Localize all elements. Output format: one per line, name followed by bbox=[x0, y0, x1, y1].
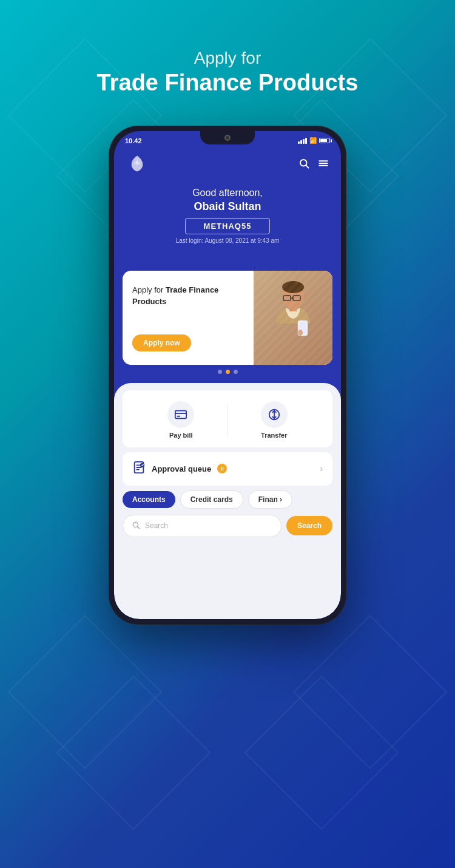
phone-screen: 10.42 📶 bbox=[114, 131, 341, 619]
svg-point-23 bbox=[141, 463, 144, 467]
user-id-badge: METHAQ55 bbox=[185, 218, 271, 234]
tab-credit-cards[interactable]: Credit cards bbox=[180, 490, 243, 509]
signal-icon bbox=[298, 138, 307, 144]
svg-rect-14 bbox=[175, 410, 186, 418]
tab-more-label: Finan bbox=[258, 495, 278, 504]
menu-icon[interactable] bbox=[318, 158, 329, 172]
approval-badge: 0 bbox=[217, 464, 227, 473]
transfer-button[interactable]: Transfer bbox=[228, 401, 321, 439]
pay-bill-icon bbox=[167, 401, 194, 428]
approval-left: Approval queue 0 bbox=[132, 461, 227, 477]
banner-text-normal: Apply for bbox=[132, 285, 166, 294]
dot-1 bbox=[218, 370, 222, 374]
approval-icon bbox=[132, 461, 146, 477]
status-time: 10.42 bbox=[125, 135, 142, 144]
search-input-wrap[interactable]: Search bbox=[123, 515, 281, 537]
svg-line-25 bbox=[138, 526, 140, 528]
wifi-icon: 📶 bbox=[309, 137, 317, 144]
dot-2 bbox=[226, 370, 230, 374]
pay-bill-button[interactable]: Pay bill bbox=[135, 401, 228, 439]
banner-card: Apply for Trade Finance Products Apply n… bbox=[123, 271, 332, 365]
tab-accounts[interactable]: Accounts bbox=[123, 491, 175, 508]
tab-more[interactable]: Finan › bbox=[248, 490, 292, 509]
battery-icon bbox=[319, 138, 330, 143]
pay-bill-label: Pay bill bbox=[169, 432, 193, 439]
approval-queue-row[interactable]: Approval queue 0 › bbox=[123, 452, 332, 486]
greeting-section: Good afternoon, Obaid Sultan METHAQ55 La… bbox=[114, 186, 341, 244]
approval-label: Approval queue bbox=[152, 464, 211, 473]
last-login: Last login: August 08, 2021 at 9:43 am bbox=[114, 237, 341, 244]
chevron-right-icon: › bbox=[320, 464, 323, 473]
status-icons: 📶 bbox=[298, 135, 330, 144]
transfer-icon bbox=[261, 401, 288, 428]
greeting-name: Obaid Sultan bbox=[114, 200, 341, 213]
filter-tabs: Accounts Credit cards Finan › bbox=[114, 490, 341, 509]
phone-notch bbox=[200, 131, 255, 144]
hero-subtitle: Apply for bbox=[97, 49, 359, 68]
search-icon[interactable] bbox=[298, 158, 309, 172]
phone-frame: 10.42 📶 bbox=[109, 126, 346, 624]
app-logo bbox=[126, 153, 148, 177]
dot-3 bbox=[234, 370, 238, 374]
hero-section: Apply for Trade Finance Products bbox=[97, 0, 359, 96]
phone-mockup: 10.42 📶 bbox=[109, 126, 346, 624]
search-input-icon bbox=[132, 521, 140, 531]
search-bar: Search Search bbox=[114, 509, 341, 537]
camera bbox=[224, 135, 231, 141]
search-placeholder: Search bbox=[145, 521, 168, 530]
banner-image bbox=[254, 271, 332, 365]
app-header bbox=[114, 148, 341, 182]
svg-line-1 bbox=[306, 166, 308, 168]
tab-more-chevron: › bbox=[280, 495, 282, 504]
carousel-dots bbox=[114, 370, 341, 374]
banner-title: Apply for Trade Finance Products bbox=[132, 284, 244, 308]
hero-title: Trade Finance Products bbox=[97, 70, 359, 96]
greeting-line1: Good afternoon, bbox=[114, 186, 341, 200]
header-icons bbox=[298, 158, 329, 172]
banner-content: Apply for Trade Finance Products Apply n… bbox=[123, 271, 254, 365]
transfer-label: Transfer bbox=[261, 432, 287, 439]
bottom-section: Pay bill Transfer bbox=[114, 383, 341, 619]
quick-actions: Pay bill Transfer bbox=[123, 390, 332, 447]
apply-now-button[interactable]: Apply now bbox=[132, 334, 191, 351]
search-button[interactable]: Search bbox=[286, 516, 332, 535]
